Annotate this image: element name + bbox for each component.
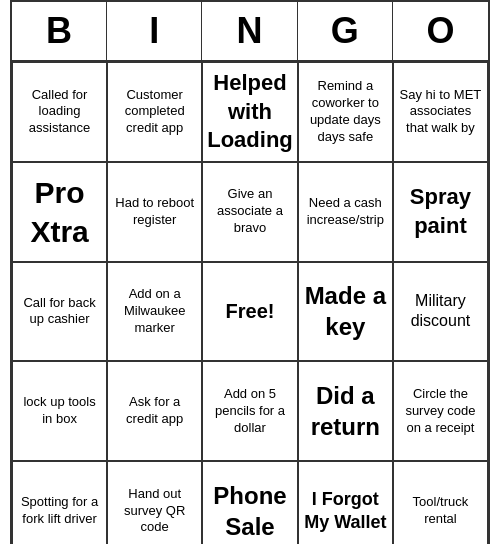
bingo-cell-1-0: Pro Xtra [12,162,107,262]
bingo-cell-4-2: Phone Sale [202,461,298,544]
bingo-cell-0-0: Called for loading assistance [12,62,107,162]
bingo-cell-0-4: Say hi to MET associates that walk by [393,62,488,162]
bingo-letter-n: N [202,2,297,60]
bingo-cell-3-4: Circle the survey code on a receipt [393,361,488,461]
bingo-cell-4-4: Tool/truck rental [393,461,488,544]
bingo-cell-0-3: Remind a coworker to update days days sa… [298,62,393,162]
bingo-cell-3-2: Add on 5 pencils for a dollar [202,361,298,461]
bingo-cell-3-3: Did a return [298,361,393,461]
bingo-cell-2-1: Add on a Milwaukee marker [107,262,202,362]
bingo-cell-1-4: Spray paint [393,162,488,262]
bingo-cell-3-1: Ask for a credit app [107,361,202,461]
bingo-letter-b: B [12,2,107,60]
bingo-cell-3-0: lock up tools in box [12,361,107,461]
bingo-cell-4-1: Hand out survey QR code [107,461,202,544]
bingo-cell-2-0: Call for back up cashier [12,262,107,362]
bingo-header: BINGO [12,2,488,62]
bingo-letter-i: I [107,2,202,60]
bingo-cell-2-2: Free! [202,262,298,362]
bingo-card: BINGO Called for loading assistanceCusto… [10,0,490,544]
bingo-cell-1-3: Need a cash increase/strip [298,162,393,262]
bingo-cell-4-3: I Forgot My Wallet [298,461,393,544]
bingo-cell-2-4: Military discount [393,262,488,362]
bingo-letter-o: O [393,2,488,60]
bingo-cell-1-2: Give an associate a bravo [202,162,298,262]
bingo-cell-0-2: Helped with Loading [202,62,298,162]
bingo-cell-1-1: Had to reboot register [107,162,202,262]
bingo-letter-g: G [298,2,393,60]
bingo-cell-4-0: Spotting for a fork lift driver [12,461,107,544]
bingo-cell-0-1: Customer completed credit app [107,62,202,162]
bingo-grid: Called for loading assistanceCustomer co… [12,62,488,544]
bingo-cell-2-3: Made a key [298,262,393,362]
